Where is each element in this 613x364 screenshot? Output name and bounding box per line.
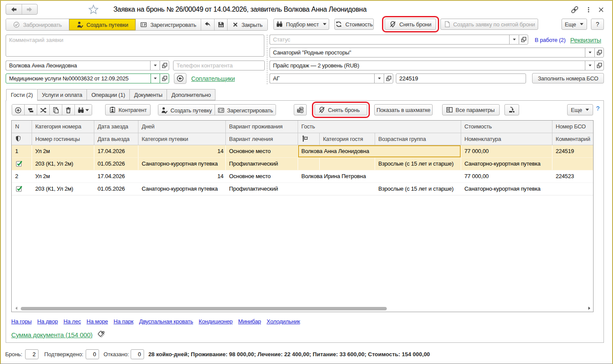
- col-age-group[interactable]: Возрастная группа: [375, 133, 461, 145]
- checkbox-checked-icon[interactable]: [16, 160, 22, 167]
- price-type-value[interactable]: Прайс продаж — 2 уровень (RUB): [270, 61, 585, 70]
- sanatorium-open-button[interactable]: [594, 48, 604, 57]
- scroll-left-icon[interactable]: [14, 306, 19, 310]
- status-dropdown-button[interactable]: [509, 35, 519, 45]
- bso-number-input[interactable]: [396, 73, 526, 83]
- col-guest[interactable]: Гость: [298, 121, 461, 133]
- scroll-right-icon[interactable]: [587, 306, 591, 310]
- counterparty-button[interactable]: Контрагент: [105, 104, 151, 115]
- scrollbar-thumb[interactable]: [21, 307, 387, 310]
- price-tag-icon[interactable]: [97, 330, 106, 339]
- guest-2-detail-row[interactable]: 203 (К1, Ул 2м) 01.05.2026 Санаторно-кур…: [12, 182, 593, 195]
- tab-guests[interactable]: Гости (2): [6, 89, 37, 101]
- undo-button[interactable]: [201, 19, 215, 30]
- guest-2-main-row[interactable]: 2 Ул 2м 17.04.2026 14 Основное место Вол…: [12, 170, 593, 182]
- applicant-dropdown-button[interactable]: [150, 61, 160, 70]
- col-arrival-date[interactable]: Дата заезда: [94, 121, 138, 133]
- link-yard[interactable]: На двор: [37, 318, 58, 325]
- get-link-button[interactable]: [570, 5, 579, 14]
- more-button-grid[interactable]: Еще: [567, 104, 593, 115]
- cost-button[interactable]: Стоимость: [334, 19, 374, 30]
- guest-1-main-row[interactable]: 1 Ул 2м 17.04.2026 14 Основное место Вол…: [12, 145, 593, 157]
- form-splitter[interactable]: [267, 35, 267, 84]
- col-departure-date[interactable]: Дата выезда: [94, 133, 138, 145]
- booked-count-input[interactable]: [25, 349, 39, 359]
- register-button[interactable]: Зарегистрировать: [136, 19, 201, 30]
- link-park[interactable]: На парк: [114, 318, 134, 325]
- favorite-star-button[interactable]: [87, 4, 99, 15]
- col-nomenclature[interactable]: Номенклатура: [461, 133, 552, 145]
- col-guest-category[interactable]: Категория гостя: [319, 133, 375, 145]
- cancel-reservation-row-button[interactable]: Снять бронь: [315, 104, 367, 115]
- back-button[interactable]: [6, 4, 22, 14]
- tab-operations[interactable]: Операции (1): [87, 89, 129, 100]
- more-menu-button[interactable]: [584, 5, 593, 14]
- search-button[interactable]: [75, 105, 92, 115]
- bso-series-value[interactable]: АГ: [270, 73, 374, 83]
- col-comment[interactable]: Комментарий: [552, 133, 593, 145]
- cancel-reservation-button[interactable]: Снять брони: [385, 19, 436, 30]
- register-voucher-button[interactable]: Зарегистрировать: [215, 105, 276, 115]
- fill-bso-button[interactable]: Заполнить номера БСО: [532, 73, 604, 83]
- bso-series-open-button[interactable]: [384, 73, 393, 83]
- declined-count-input[interactable]: [131, 349, 144, 359]
- grid-help-link[interactable]: ?: [596, 105, 600, 112]
- close-form-button[interactable]: Закрыть: [228, 19, 267, 30]
- price-type-open-button[interactable]: [594, 61, 604, 70]
- col-voucher-category[interactable]: Категория путевки: [138, 133, 225, 145]
- price-type-dropdown-button[interactable]: [585, 61, 594, 70]
- show-in-chess-button[interactable]: Показать в шахматке: [374, 104, 433, 115]
- col-cost[interactable]: Стоимость: [461, 121, 552, 133]
- horizontal-scrollbar[interactable]: [12, 305, 593, 312]
- swap-button[interactable]: [37, 105, 50, 115]
- requisites-link[interactable]: Реквизиты: [570, 36, 601, 44]
- order-comment-input[interactable]: [6, 35, 264, 57]
- prices-button[interactable]: [294, 104, 307, 115]
- status-open-button[interactable]: [519, 35, 528, 45]
- tab-additional[interactable]: Дополнительно: [167, 89, 215, 100]
- confirmed-count-input[interactable]: [86, 349, 99, 359]
- col-n[interactable]: N: [12, 121, 32, 133]
- phone-input[interactable]: [173, 61, 265, 70]
- applicant-value[interactable]: Волкова Анна Леонидовна: [6, 61, 150, 70]
- col-room-category[interactable]: Категория номера: [32, 121, 94, 133]
- link-air-conditioner[interactable]: Кондиционер: [199, 318, 232, 325]
- link-fridge[interactable]: Холодильник: [266, 318, 300, 325]
- agreement-value[interactable]: Медицинские услуги №00003632 от 12.09.20…: [6, 73, 151, 83]
- create-voucher-button[interactable]: Создать путевку: [158, 105, 215, 115]
- seat-selection-button[interactable]: Подбор мест: [273, 19, 329, 30]
- sanatorium-value[interactable]: Санаторий "Родные просторы": [270, 48, 585, 57]
- col-bso-number[interactable]: Номер БСО: [552, 121, 593, 133]
- tab-documents[interactable]: Документы: [129, 89, 167, 100]
- forward-button[interactable]: [22, 4, 38, 14]
- delete-row-button[interactable]: [62, 105, 75, 115]
- col-flag[interactable]: [298, 133, 319, 145]
- more-button-top[interactable]: Еще: [562, 19, 587, 30]
- link-sea[interactable]: На море: [87, 318, 108, 325]
- link-mountains[interactable]: На горы: [11, 318, 32, 325]
- link-minibar[interactable]: Минибар: [238, 318, 261, 325]
- copy-row-button[interactable]: [50, 105, 62, 115]
- link-forest[interactable]: На лес: [64, 318, 81, 325]
- create-vouchers-button[interactable]: Создать путевки: [69, 19, 136, 30]
- save-button[interactable]: [215, 19, 228, 30]
- col-hotel-room[interactable]: Номер гостиницы: [32, 133, 94, 145]
- sanatorium-dropdown-button[interactable]: [585, 48, 594, 57]
- in-progress-status[interactable]: В работе (2): [535, 37, 565, 43]
- checkbox-checked-icon[interactable]: [16, 185, 22, 192]
- tab-services-payment[interactable]: Услуги и оплата: [37, 89, 87, 100]
- col-treatment[interactable]: Вариант лечения: [225, 133, 298, 145]
- change-order-button[interactable]: [25, 105, 37, 115]
- help-button[interactable]: ?: [591, 19, 604, 30]
- guest-1-detail-row[interactable]: 203 (К1, Ул 2м) 01.05.2026 Санаторно-кур…: [12, 157, 593, 170]
- document-sum-link[interactable]: Сумма документа (154 000): [11, 331, 93, 338]
- col-shield[interactable]: [12, 133, 32, 145]
- copayers-link[interactable]: Соплательщики: [191, 75, 235, 82]
- active-cell-guest-name[interactable]: Волкова Анна Леонидовна: [298, 145, 461, 157]
- close-window-button[interactable]: [597, 5, 605, 14]
- all-parameters-button[interactable]: Все параметры: [442, 104, 500, 115]
- bso-series-dropdown-button[interactable]: [374, 73, 384, 83]
- book-button[interactable]: Забронировать: [6, 19, 69, 30]
- reservation-checkbox-cell[interactable]: [12, 157, 32, 170]
- applicant-open-button[interactable]: [160, 61, 169, 70]
